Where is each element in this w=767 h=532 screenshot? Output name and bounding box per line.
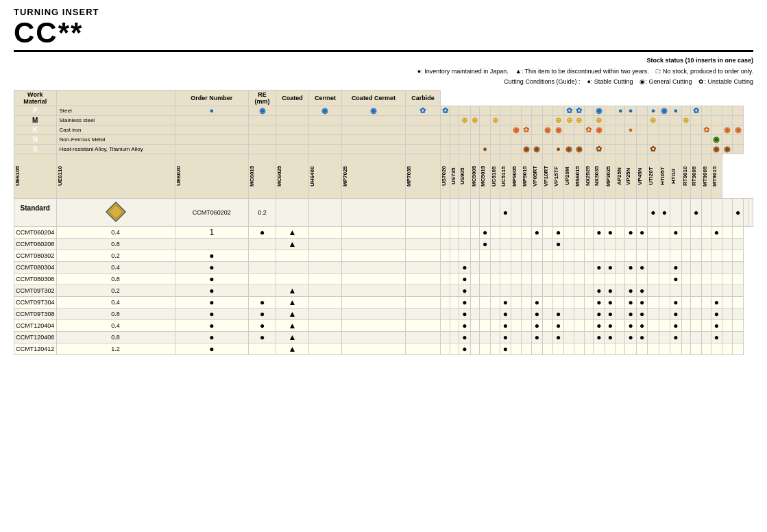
- wm-dot-K-12: [500, 125, 511, 134]
- col-header-UE6105: UE6105: [14, 154, 57, 198]
- dot-1-10: ●: [479, 226, 490, 238]
- dot-10-4: [342, 331, 406, 343]
- dot-2-28: [670, 238, 681, 250]
- dot-1-25: ●: [636, 226, 647, 238]
- dot-5-14: [521, 273, 531, 285]
- dot-7-29: [681, 296, 690, 308]
- order-number: CCMT080308: [14, 273, 57, 285]
- dot-6-30: [690, 285, 701, 296]
- dot-8-32: ●: [711, 308, 722, 319]
- carbide-group: Carbide: [405, 90, 441, 106]
- dot-6-26: [648, 285, 659, 296]
- wm-dot-M-9: ⊕: [470, 115, 479, 125]
- wm-dot-P-10: [479, 106, 490, 115]
- dot-10-17: ●: [552, 331, 563, 343]
- wm-dot-P-7: [450, 106, 459, 115]
- dot-9-25: ●: [636, 319, 647, 331]
- dot-8-24: ●: [625, 308, 636, 319]
- col-header-VP25N: VP25N: [625, 154, 636, 198]
- wm-dot-P-2: [276, 106, 309, 115]
- wm-dot-P-34: [732, 106, 743, 115]
- col-header-RT9005: RT9005: [690, 154, 701, 198]
- wm-dot-M-27: [659, 115, 670, 125]
- wm-dot-S-20: [584, 144, 593, 154]
- wm-dot-S-8: [459, 144, 470, 154]
- dot-9-2: ▲: [276, 319, 309, 331]
- wm-dot-N-20: [584, 134, 593, 144]
- dot-9-7: [450, 319, 459, 331]
- dot-9-8: ●: [459, 319, 470, 331]
- dot-7-13: [511, 296, 522, 308]
- dot-6-8: ●: [459, 285, 470, 296]
- wm-name-P: Steel: [56, 106, 175, 115]
- dot-10-24: ●: [625, 331, 636, 343]
- re-value: 0.4: [56, 226, 175, 238]
- wm-dot-S-14: ◉: [521, 144, 531, 154]
- re-value: 0.2: [248, 198, 276, 226]
- dot-3-15: [531, 250, 542, 261]
- dot-10-6: [441, 331, 450, 343]
- dot-9-1: ●: [248, 319, 276, 331]
- wm-dot-P-22: [605, 106, 616, 115]
- dot-8-23: [616, 308, 625, 319]
- dot-10-31: [702, 331, 711, 343]
- col-header-UP20M: UP20M: [564, 154, 574, 198]
- dot-8-8: ●: [459, 308, 470, 319]
- dot-7-27: [659, 296, 670, 308]
- wm-dot-S-12: [500, 144, 511, 154]
- dot-5-21: [594, 273, 605, 285]
- wm-dot-N-30: [690, 134, 701, 144]
- dot-0-27: [681, 198, 690, 226]
- dot-8-1: ●: [248, 308, 276, 319]
- dot-2-0: [175, 238, 248, 250]
- dot-3-34: [732, 250, 743, 261]
- dot-11-7: [450, 343, 459, 354]
- dot-3-28: [670, 250, 681, 261]
- dot-9-6: [441, 319, 450, 331]
- wm-dot-N-19: [574, 134, 585, 144]
- dot-4-12: [500, 261, 511, 273]
- dot-0-12: [521, 198, 531, 226]
- dot-2-8: [459, 238, 470, 250]
- dot-5-15: [531, 273, 542, 285]
- dot-3-21: [594, 250, 605, 261]
- wm-dot-P-21: ◉: [594, 106, 605, 115]
- dot-7-17: [552, 296, 563, 308]
- col-header-VP05RT: VP05RT: [531, 154, 542, 198]
- dot-9-22: ●: [605, 319, 616, 331]
- dot-10-18: [564, 331, 574, 343]
- dot-0-5: [450, 198, 459, 226]
- dot-2-24: [625, 238, 636, 250]
- wm-code-N: N: [14, 134, 57, 144]
- dot-3-5: [405, 250, 441, 261]
- wm-dot-S-32: ◉: [711, 144, 722, 154]
- dot-3-16: [543, 250, 553, 261]
- work-material-header: Work Material: [14, 90, 57, 106]
- dot-9-14: [521, 319, 531, 331]
- dot-7-1: ●: [248, 296, 276, 308]
- dot-4-4: [342, 261, 406, 273]
- wm-dot-S-5: [405, 144, 441, 154]
- dot-3-26: [648, 250, 659, 261]
- dot-5-26: [648, 273, 659, 285]
- dot-3-13: [511, 250, 522, 261]
- col-header-MP3025: MP3025: [605, 154, 616, 198]
- col-header-MC6015: MC6015: [248, 154, 276, 198]
- dot-4-17: [552, 261, 563, 273]
- wm-dot-S-9: [470, 144, 479, 154]
- dot-5-30: [690, 273, 701, 285]
- dot-5-33: [722, 273, 733, 285]
- wm-dot-M-18: ⊕: [564, 115, 574, 125]
- dot-11-12: ●: [500, 343, 511, 354]
- dot-7-24: ●: [625, 296, 636, 308]
- dot-10-5: [405, 331, 441, 343]
- wm-dot-M-7: [450, 115, 459, 125]
- dot-4-15: [531, 261, 542, 273]
- wm-dot-M-23: [616, 115, 625, 125]
- cutting-conditions-label: Cutting Conditions (Guide) :: [504, 77, 580, 87]
- dot-4-26: [648, 261, 659, 273]
- dot-6-14: [521, 285, 531, 296]
- dot-0-18: [584, 198, 593, 226]
- dot-2-1: [248, 238, 276, 250]
- dot-7-33: [722, 296, 733, 308]
